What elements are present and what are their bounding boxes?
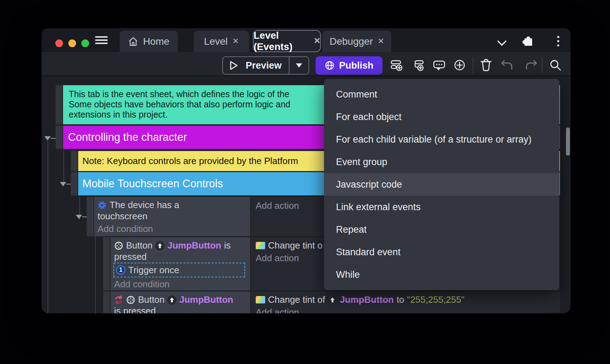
tab-level-events-active[interactable]: Level (Events) × [253, 30, 321, 52]
menu-item-link-external-events[interactable]: Link external events [324, 196, 559, 218]
collapse-arrow-icon[interactable] [60, 182, 66, 186]
add-object-plus-icon[interactable] [453, 58, 466, 72]
preview-dropdown-button[interactable] [289, 57, 309, 74]
add-action-link[interactable]: Add action [256, 307, 299, 313]
app-window: Home Level × Level (Events) × Debugger × [42, 28, 571, 313]
addons-puzzle-icon[interactable] [521, 34, 535, 47]
caret-down-icon [296, 63, 302, 68]
preview-button[interactable]: Preview [222, 56, 309, 75]
play-icon [229, 61, 238, 70]
condition-text: The device has a [110, 200, 179, 211]
add-action-link[interactable]: Add action [256, 253, 299, 264]
jumpbutton-object-icon [155, 241, 164, 250]
tab-debugger-label: Debugger [330, 36, 373, 47]
tree-guide [48, 142, 48, 313]
add-action-link[interactable]: Add action [256, 200, 299, 211]
tab-level-close-icon[interactable]: × [232, 36, 239, 46]
selected-condition-trigger-once[interactable]: 1 Trigger once [113, 263, 245, 277]
event-margin [71, 172, 77, 195]
traffic-light-minimize[interactable] [68, 39, 76, 47]
search-icon[interactable] [549, 58, 562, 72]
gamepad-button-icon [114, 241, 123, 250]
condition-text: Button [126, 240, 152, 251]
collapse-arrow-icon[interactable] [76, 215, 82, 219]
traffic-light-close[interactable] [55, 39, 63, 47]
tab-level-label: Level [204, 36, 228, 47]
publish-label: Publish [339, 60, 374, 71]
kebab-menu-icon[interactable] [552, 34, 565, 48]
object-name: JumpButton [340, 294, 394, 305]
menu-item-for-each-object[interactable]: For each object [324, 106, 559, 128]
condition-text: Trigger once [128, 265, 179, 276]
condition-cell-jumpbutton-pressed[interactable]: Button JumpButton is pressed 1 Trigger o… [111, 237, 250, 290]
tint-color-icon [256, 296, 265, 303]
tab-debugger[interactable]: Debugger × [322, 31, 391, 52]
system-gear-icon [98, 201, 107, 210]
event-margin [56, 126, 62, 149]
condition-text: is pressed [114, 306, 156, 313]
condition-cell-jumpbutton-pressed-2[interactable]: Button JumpButton is pressed [111, 291, 250, 313]
condition-text: Button [138, 294, 164, 305]
tree-stub [51, 138, 56, 139]
tree-stub [66, 184, 71, 184]
action-text: to [397, 294, 404, 305]
toggle-swap-icon [114, 295, 123, 305]
add-event-context-menu: Comment For each object For each child v… [324, 79, 559, 290]
condition-text: pressed [114, 251, 147, 262]
action-text: Change tint o [268, 240, 323, 251]
subgroup-title: Mobile Touchscreen Controls [82, 177, 223, 190]
tree-guide [63, 150, 64, 187]
toolbar-divider-2 [542, 57, 542, 73]
event-margin [103, 237, 110, 290]
traffic-light-zoom[interactable] [81, 39, 89, 47]
tab-debugger-close-icon[interactable]: × [378, 36, 384, 46]
tree-stub [82, 216, 87, 217]
condition-cell-device-touchscreen[interactable]: The device has a touchscreen Add conditi… [94, 197, 250, 236]
object-name: JumpButton [179, 294, 233, 305]
event-margin [71, 151, 77, 171]
group-title: Controlling the character [68, 131, 187, 144]
menu-item-event-group[interactable]: Event group [324, 151, 559, 173]
menu-item-while[interactable]: While [324, 263, 559, 286]
tab-home[interactable]: Home [120, 31, 178, 52]
desktop-background: Home Level × Level (Events) × Debugger × [0, 0, 610, 364]
redo-icon[interactable] [524, 58, 538, 72]
jumpbutton-object-icon [167, 295, 176, 305]
scrollbar-thumb[interactable] [566, 127, 570, 156]
event-margin [87, 197, 93, 236]
note-text: Note: Keyboard controls are provided by … [82, 156, 298, 167]
preview-label: Preview [238, 60, 289, 71]
menu-item-comment[interactable]: Comment [324, 83, 559, 106]
add-subevent-icon[interactable] [412, 58, 426, 72]
gamepad-button-icon [126, 295, 135, 305]
object-name: JumpButton [167, 240, 221, 251]
tab-level-events-close-icon[interactable]: × [314, 35, 320, 46]
add-condition-link[interactable]: Add condition [98, 224, 153, 234]
menu-item-for-each-child-variable[interactable]: For each child variable (of a structure … [324, 128, 559, 151]
event-margin [56, 85, 62, 124]
add-event-icon[interactable] [390, 58, 403, 72]
tab-level[interactable]: Level × [194, 31, 249, 52]
tab-home-label: Home [143, 36, 169, 47]
publish-button[interactable]: Publish [316, 56, 382, 75]
tint-color-icon [256, 242, 265, 249]
add-condition-link[interactable]: Add condition [114, 279, 170, 290]
main-menu-hamburger-icon[interactable] [94, 34, 108, 46]
add-comment-icon[interactable] [432, 58, 446, 72]
condition-text: is [224, 240, 231, 251]
trigger-once-icon: 1 [116, 265, 125, 275]
delete-trash-icon[interactable] [479, 58, 493, 72]
menu-item-javascript-code[interactable]: Javascript code [324, 173, 559, 196]
globe-icon [325, 61, 335, 70]
action-string-value: "255;255;255" [407, 294, 465, 305]
condition-text: touchscreen [98, 211, 148, 222]
tab-bar: Home Level × Level (Events) × Debugger × [42, 28, 571, 52]
collapse-arrow-icon[interactable] [44, 136, 51, 140]
action-cell-change-tint-2[interactable]: Change tint of JumpButton to "255;255;25… [251, 291, 560, 313]
home-icon [128, 37, 138, 46]
undo-icon[interactable] [500, 58, 514, 72]
menu-item-standard-event[interactable]: Standard event [324, 241, 559, 263]
chevron-down-icon[interactable] [495, 37, 509, 50]
event-margin [103, 291, 110, 313]
menu-item-repeat[interactable]: Repeat [324, 218, 559, 241]
